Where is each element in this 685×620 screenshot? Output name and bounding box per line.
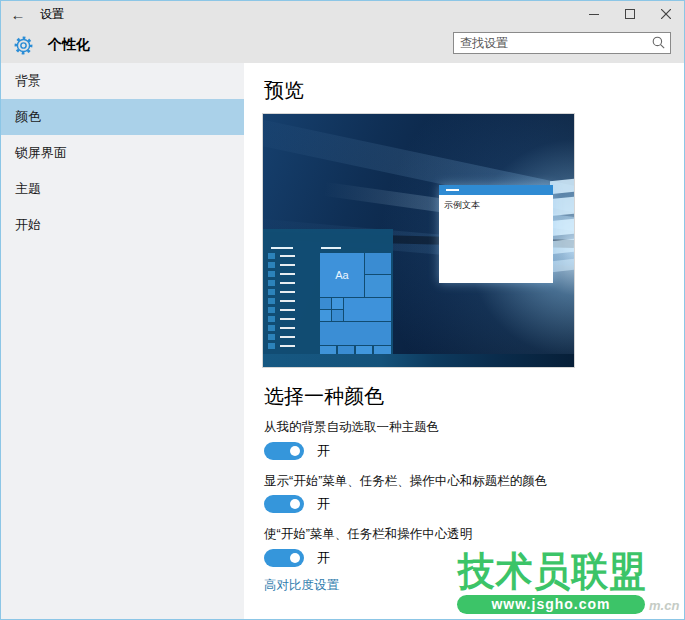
toggle-state-label: 开 xyxy=(317,549,330,567)
start-menu-app-labels xyxy=(280,255,295,352)
search-box xyxy=(453,32,671,54)
toggle-label-auto-accent: 从我的背景自动选取一种主题色 xyxy=(264,419,664,436)
start-tile-aa: Aa xyxy=(320,253,364,297)
watermark-suffix: m.cn xyxy=(649,598,679,613)
tile-group-dash xyxy=(321,247,341,249)
toggle-row-auto-accent: 开 xyxy=(264,442,330,460)
sidebar-item-lockscreen[interactable]: 锁屏界面 xyxy=(1,135,244,171)
toggle-knob xyxy=(290,553,300,563)
close-button[interactable] xyxy=(648,1,684,27)
start-tile xyxy=(365,253,391,274)
taskbar-preview xyxy=(263,354,574,367)
toggle-knob xyxy=(290,446,300,456)
window-logo-pane xyxy=(552,259,574,272)
toggle-auto-accent[interactable] xyxy=(264,442,304,460)
window-controls xyxy=(576,1,684,27)
toggle-label-transparency: 使“开始”菜单、任务栏和操作中心透明 xyxy=(264,526,664,543)
search-icon xyxy=(652,36,665,49)
preview-heading: 预览 xyxy=(264,77,304,104)
main-content: 预览 示例文本 xyxy=(244,63,684,620)
sidebar: 背景 颜色 锁屏界面 主题 开始 xyxy=(1,63,244,620)
start-menu-preview: Aa xyxy=(263,229,393,356)
maximize-icon xyxy=(625,9,635,19)
settings-window: ← 设置 xyxy=(0,0,685,620)
sample-window-text: 示例文本 xyxy=(439,195,553,212)
window-logo-pane xyxy=(551,239,574,254)
start-tile xyxy=(320,298,331,309)
back-button[interactable]: ← xyxy=(1,6,35,23)
sample-window-title-dash xyxy=(446,189,459,191)
minimize-button[interactable] xyxy=(576,1,612,27)
close-icon xyxy=(661,9,671,19)
toggle-row-show-color: 开 xyxy=(264,495,330,513)
body: 背景 颜色 锁屏界面 主题 开始 预览 xyxy=(1,63,684,620)
toggle-knob xyxy=(290,499,300,509)
start-menu-header-dash xyxy=(271,247,293,249)
minimize-icon xyxy=(589,9,599,19)
start-tile xyxy=(320,322,391,345)
toggle-row-transparency: 开 xyxy=(264,549,330,567)
toggle-label-show-color: 显示“开始”菜单、任务栏、操作中心和标题栏的颜色 xyxy=(264,473,664,490)
choose-color-heading: 选择一种颜色 xyxy=(264,383,384,410)
sidebar-item-background[interactable]: 背景 xyxy=(1,63,244,99)
settings-gear-icon xyxy=(13,35,34,56)
sidebar-item-themes[interactable]: 主题 xyxy=(1,171,244,207)
page-title: 个性化 xyxy=(48,36,90,54)
preview-image: 示例文本 Aa xyxy=(263,114,574,367)
start-tile xyxy=(344,298,391,321)
toggle-transparency[interactable] xyxy=(264,549,304,567)
sample-window: 示例文本 xyxy=(439,185,553,283)
toggle-state-label: 开 xyxy=(317,442,330,460)
window-logo-pane xyxy=(550,179,574,195)
watermark-title: 技术员联盟 xyxy=(458,544,647,599)
sample-window-titlebar xyxy=(439,185,553,195)
start-tile xyxy=(320,310,331,321)
sidebar-item-colors[interactable]: 颜色 xyxy=(1,99,244,135)
window-title: 设置 xyxy=(40,6,64,23)
toggle-state-label: 开 xyxy=(317,495,330,513)
toggle-show-color[interactable] xyxy=(264,495,304,513)
high-contrast-link[interactable]: 高对比度设置 xyxy=(264,577,339,594)
page-header: 个性化 xyxy=(1,27,684,63)
sidebar-item-start[interactable]: 开始 xyxy=(1,207,244,243)
start-tile xyxy=(332,310,343,321)
start-menu-app-icons xyxy=(268,253,275,352)
start-tile xyxy=(365,275,391,297)
search-input[interactable] xyxy=(453,32,671,54)
titlebar: ← 设置 xyxy=(1,1,684,27)
start-tile xyxy=(332,298,343,309)
maximize-button[interactable] xyxy=(612,1,648,27)
watermark-url: www.jsgho.com xyxy=(457,595,645,614)
